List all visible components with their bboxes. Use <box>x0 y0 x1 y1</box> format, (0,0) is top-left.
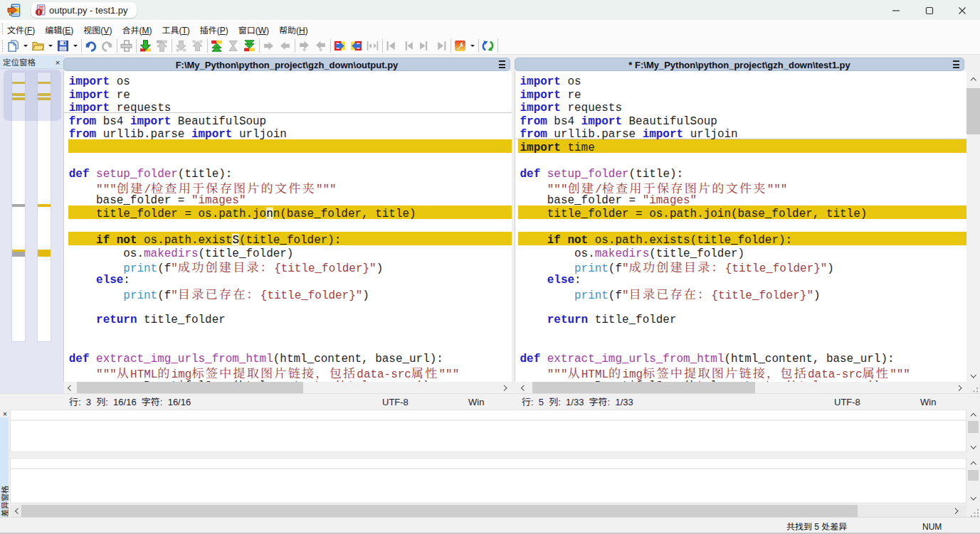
scrollbar-thumb[interactable] <box>77 382 303 394</box>
code-line[interactable]: from bs4 import BeautifulSoup <box>64 113 512 127</box>
previous-file-button[interactable] <box>401 37 417 55</box>
copy-right-and-advance-button[interactable] <box>297 37 313 55</box>
document-tab[interactable]: output.py - test1.py <box>31 2 137 18</box>
code-line[interactable] <box>64 153 512 166</box>
next-conflict-button[interactable] <box>174 37 190 55</box>
left-horizontal-scrollbar[interactable] <box>64 382 512 394</box>
redo-button[interactable] <box>100 37 116 55</box>
swap-panes-button[interactable] <box>480 37 497 55</box>
code-line-diff[interactable]: if not os.path.existS(title_folder): <box>64 232 512 245</box>
diff-location-mark[interactable] <box>38 204 51 207</box>
undo-button[interactable] <box>83 37 100 55</box>
code-line[interactable]: return title_folder <box>515 311 966 325</box>
right-pane-menu-icon[interactable] <box>953 60 959 68</box>
code-line[interactable]: print(f"目录已存在：{title_folder}") <box>515 285 966 299</box>
location-visible-area[interactable] <box>4 70 61 121</box>
current-difference-button[interactable] <box>226 37 242 55</box>
code-line[interactable]: import requests <box>515 100 966 113</box>
code-line-diff[interactable]: title_folder = os.path.join(base_folder,… <box>515 205 966 219</box>
scroll-left-icon[interactable] <box>517 382 529 394</box>
scrollbar-thumb[interactable] <box>968 470 979 481</box>
reload-button[interactable] <box>119 37 135 55</box>
code-line[interactable]: os.makedirs(title_folder) <box>515 245 966 259</box>
previous-conflict-button[interactable] <box>190 37 206 55</box>
copy-all-to-right-button[interactable] <box>332 37 349 55</box>
scroll-right-icon[interactable] <box>951 505 963 517</box>
menu-E[interactable]: 编辑(E) <box>40 21 78 38</box>
code-line[interactable] <box>64 324 512 338</box>
code-line[interactable]: else: <box>515 272 966 285</box>
code-line[interactable]: from urllib.parse import urljoin <box>515 126 966 139</box>
toolbar-dropdown-icon[interactable] <box>469 37 478 55</box>
scroll-up-icon[interactable] <box>968 410 979 419</box>
toolbar-dropdown-icon[interactable] <box>72 37 80 55</box>
code-line[interactable] <box>64 219 512 233</box>
menu-P[interactable]: 插件(P) <box>195 21 233 38</box>
diff-pane-bottom-scrollbar[interactable] <box>968 459 979 503</box>
auto-merge-button[interactable] <box>365 37 381 55</box>
code-line[interactable]: def setup_folder(title): <box>515 166 966 179</box>
vertical-scrollbar[interactable] <box>966 72 980 382</box>
menu-H[interactable]: 帮助(H) <box>274 21 313 38</box>
toolbar-dropdown-icon[interactable] <box>47 37 56 55</box>
menu-T[interactable]: 工具(T) <box>157 21 194 38</box>
code-line[interactable]: from bs4 import BeautifulSoup <box>515 113 966 127</box>
scroll-down-icon[interactable] <box>968 443 979 452</box>
save-button[interactable] <box>56 37 72 55</box>
copy-all-to-left-button[interactable] <box>349 37 365 55</box>
scrollbar-thumb[interactable] <box>968 421 979 433</box>
scroll-down-icon[interactable] <box>968 494 979 503</box>
scroll-up-icon[interactable] <box>968 459 979 467</box>
diff-location-mark[interactable] <box>12 204 25 207</box>
options-button[interactable] <box>453 37 469 55</box>
location-pane-close-icon[interactable]: × <box>53 55 62 68</box>
left-pane-menu-icon[interactable] <box>499 60 505 68</box>
menu-V[interactable]: 视图(V) <box>78 21 117 38</box>
code-line[interactable]: base_folder = "images" <box>515 192 966 205</box>
code-line[interactable]: return title_folder <box>64 311 512 325</box>
toolbar-gripper[interactable] <box>1 40 4 52</box>
code-line[interactable] <box>64 338 512 351</box>
scroll-up-icon[interactable] <box>966 73 980 85</box>
code-line[interactable]: os.makedirs(title_folder) <box>64 245 512 259</box>
copy-left-and-advance-button[interactable] <box>313 37 330 55</box>
code-line[interactable]: def extract_img_urls_from_html(html_cont… <box>64 351 512 364</box>
last-difference-button[interactable] <box>242 37 258 55</box>
code-line[interactable]: def extract_img_urls_from_html(html_cont… <box>515 351 966 364</box>
diff-pane-tab[interactable]: 差异窗格 <box>0 417 9 518</box>
diff-resize-grip[interactable] <box>969 508 979 517</box>
code-line-diff[interactable]: import time <box>515 139 966 153</box>
code-line[interactable]: """从HTML的img标签中提取图片链接，包括data-src属性""" <box>515 364 966 378</box>
next-difference-button[interactable] <box>138 37 154 55</box>
code-line[interactable]: print(f"成功创建目录：{title_folder}") <box>64 258 512 272</box>
scroll-down-icon[interactable] <box>966 370 980 383</box>
right-pane-header[interactable]: * F:\My_Python\python_project\gzh_down\t… <box>515 58 964 71</box>
right-horizontal-scrollbar[interactable] <box>517 382 966 394</box>
code-line[interactable]: """创建/检查用于保存图片的文件夹""" <box>515 179 966 193</box>
scrollbar-thumb[interactable] <box>532 382 755 394</box>
diff-location-mark[interactable] <box>12 252 25 257</box>
location-pane-body[interactable] <box>0 69 65 393</box>
diff-pane-horizontal-scrollbar[interactable] <box>10 505 966 517</box>
toolbar-dropdown-icon[interactable] <box>22 37 31 55</box>
code-line[interactable]: import re <box>64 87 512 100</box>
diff-pane-top-scrollbar[interactable] <box>968 410 979 452</box>
previous-difference-button[interactable] <box>154 37 171 55</box>
code-line[interactable]: base_folder = "images" <box>64 192 512 205</box>
diff-location-mark[interactable] <box>38 250 51 257</box>
scrollbar-thumb[interactable] <box>21 505 858 517</box>
first-file-button[interactable] <box>384 37 401 55</box>
diff-pane-bottom-view[interactable] <box>10 458 966 503</box>
scrollbar-thumb[interactable] <box>966 88 980 134</box>
code-line[interactable] <box>515 338 966 351</box>
code-line[interactable]: else: <box>64 272 512 285</box>
code-line[interactable]: """创建/检查用于保存图片的文件夹""" <box>64 179 512 193</box>
scroll-right-icon[interactable] <box>500 382 512 394</box>
scroll-left-icon[interactable] <box>64 382 76 394</box>
left-pane-header[interactable]: F:\My_Python\python_project\gzh_down\out… <box>63 58 510 71</box>
open-file-button[interactable] <box>31 37 47 55</box>
first-difference-button[interactable] <box>209 37 226 55</box>
last-file-button[interactable] <box>433 37 450 55</box>
menu-W[interactable]: 窗口(W) <box>233 21 274 38</box>
next-file-button[interactable] <box>417 37 433 55</box>
